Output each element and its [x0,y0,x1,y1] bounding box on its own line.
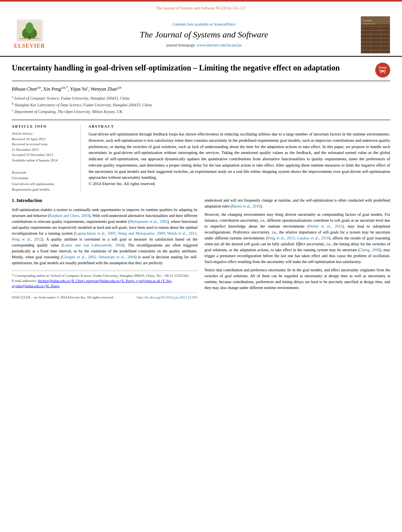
received-date: Received 10 April 2013 [12,137,76,142]
ref-kephart[interactable]: Kephart and Chess, 2003 [50,213,89,218]
journal-title-center: Contents lists available at ScienceDirec… [47,22,361,48]
intro-paragraph-1: Self-optimization enables a system to co… [12,207,198,266]
affiliation-b: b Shanghai Key Laboratory of Data Scienc… [12,102,390,108]
footnote-area: * Corresponding author at: School of Com… [12,271,198,288]
ref-cheng[interactable]: Cheng, 2008 [359,248,380,252]
svg-text:SYSTEMS: SYSTEMS [363,20,372,22]
intro-paragraph-2: understood and will not frequently chang… [205,197,391,209]
article-info-column: ARTICLE INFO Article history: Received 1… [12,124,81,193]
journal-citation-link[interactable]: The Journal of Systems and Software 90 (… [156,6,246,10]
crossmark-badge: Cross Mark [375,63,390,78]
svg-text:AND SOFTWARE: AND SOFTWARE [363,23,375,25]
intro-paragraph-3: However, the changing environments may b… [205,211,391,265]
article-info-label: ARTICLE INFO [12,124,76,129]
ref-giorgini[interactable]: Giorgini et al., 2002; Sebastiani et al.… [62,255,135,259]
elsevier-tree-svg [18,21,41,41]
contents-available: Contents lists available at ScienceDirec… [47,22,361,27]
available-online: Available online 4 January 2014 [12,158,76,163]
elsevier-wordmark: ELSEVIER [14,42,45,50]
svg-point-5 [26,22,33,33]
journal-cover-svg: SYSTEMS AND SOFTWARE [361,17,390,54]
article-info-abstract-section: ARTICLE INFO Article history: Received 1… [12,120,390,193]
keyword-2: Goal-driven self-optimization [12,181,76,187]
author-yijun: Yijun Yu [70,86,87,92]
ref-mylopoulos[interactable]: Mylopoulos et al., 1992 [130,219,167,224]
journal-url-link[interactable]: www.elsevier.com/locate/jss [197,43,242,47]
affiliations: a School of Computer Science, Fudan Univ… [12,95,390,115]
received-revised-label: Received in revised form [12,142,76,147]
svg-text:Cross: Cross [379,66,387,69]
ref-letier[interactable]: Letier and van Lamsweerde, 2004 [63,243,123,247]
doi-link-container: http://dx.doi.org/10.1016/j.jss.2013.12.… [137,295,197,300]
authors-line: Bihuan Chena,b, Xin Penga,b,*, Yijun Yuc… [12,85,390,93]
ref-peng2012[interactable]: Peng et al., 2012; Liaskos et al., 2010 [267,236,329,240]
author-wenyun: Wenyun Zhao [91,86,117,92]
elsevier-tree-logo [17,20,43,41]
ref-welsh[interactable]: Welsh et al., 2011 [309,224,343,228]
ref-lapouchnian[interactable]: Lapouchnian et al., 2005; Wang and Mylop… [12,231,198,241]
journal-homepage: journal homepage: www.elsevier.com/locat… [47,43,361,48]
page: The Journal of Systems and Software 90 (… [0,0,402,532]
main-right-column: understood and will not frequently chang… [205,197,391,300]
journal-header: The Journal of Systems and Software 90 (… [0,2,402,57]
article-title: Uncertainty handling in goal-driven self… [12,63,375,73]
abstract-text: Goal-driven self-optimization through fe… [89,131,390,181]
issn-info: 0164-1212/$ – see front matter © 2014 El… [12,295,114,300]
revised-date: 21 December 2013 [12,147,76,153]
sciencedirect-link[interactable]: ScienceDirect [213,22,235,26]
author-bihuan: Bihuan Chen [12,86,37,92]
header-content: ELSEVIER Contents lists available at Sci… [12,14,390,56]
intro-paragraph-4: Notice that contribution and preference … [205,267,391,291]
affiliation-c: c Department of Computing, The Open Univ… [12,108,390,115]
doi-link[interactable]: http://dx.doi.org/10.1016/j.jss.2013.12.… [137,295,197,299]
abstract-label: ABSTRACT [89,124,390,129]
abstract-column: ABSTRACT Goal-driven self-optimization t… [89,124,390,193]
journal-cover-inner: SYSTEMS AND SOFTWARE [361,17,390,53]
journal-top-bar: The Journal of Systems and Software 90 (… [12,5,390,11]
keywords-label: Keywords: [12,170,76,175]
email-line: E-mail addresses: bhchen@fudan.edu.cn (B… [12,278,198,288]
email-label: E-mail addresses: [12,279,37,283]
corresponding-author-note: * Corresponding author at: School of Com… [12,273,198,278]
accepted-date: Accepted 23 December 2013 [12,152,76,158]
ref-baresi[interactable]: Baresi et al., 2010 [232,204,260,208]
copyright-notice: © 2014 Elsevier Inc. All rights reserved… [89,181,390,187]
journal-cover-image: SYSTEMS AND SOFTWARE [361,16,390,54]
journal-main-title: The Journal of Systems and Software [47,29,361,41]
keywords-section: Keywords: Uncertainty Goal-driven self-o… [12,170,76,193]
introduction-heading: 1. Introduction [12,197,198,204]
keyword-1: Uncertainty [12,175,76,181]
history-label: Article history: [12,131,76,137]
main-content: 1. Introduction Self-optimization enable… [12,197,390,300]
keyword-3: Requirements goal models [12,187,76,192]
article-title-section: Uncertainty handling in goal-driven self… [12,63,390,81]
elsevier-logo: ELSEVIER [12,20,47,50]
affiliation-a: a School of Computer Science, Fudan Univ… [12,95,390,101]
main-left-column: 1. Introduction Self-optimization enable… [12,197,198,300]
article-history: Article history: Received 10 April 2013 … [12,131,76,163]
author-xin: Xin Peng [43,86,61,92]
article-body: Uncertainty handling in goal-driven self… [0,57,402,306]
footer-info: 0164-1212/$ – see front matter © 2014 El… [12,292,198,300]
